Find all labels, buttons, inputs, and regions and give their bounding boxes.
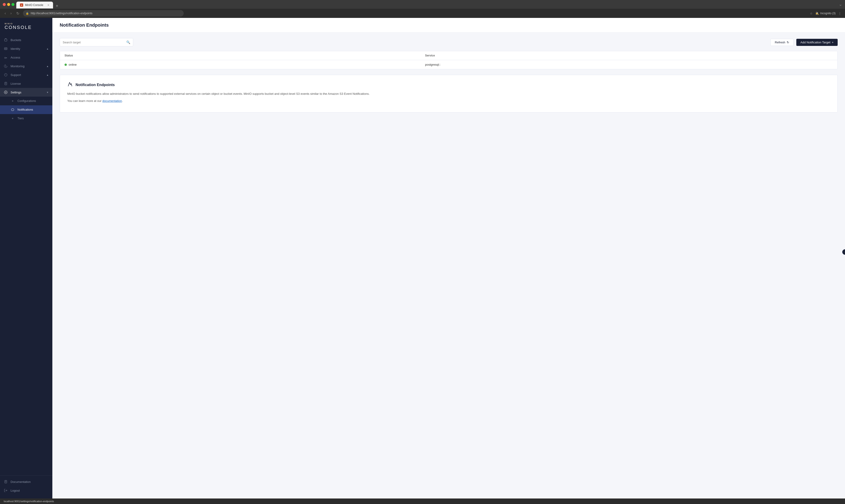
sidebar-item-notifications[interactable]: Notifications [0, 105, 52, 114]
svg-rect-6 [5, 82, 7, 85]
browser-tab[interactable]: M MinIO Console ✕ [16, 2, 53, 8]
sidebar-item-buckets[interactable]: Buckets [0, 36, 52, 44]
search-icon: 🔍 [126, 40, 130, 44]
bookmark-icon[interactable]: ☆ [810, 12, 813, 15]
info-title: Notification Endpoints [75, 83, 115, 87]
lambda-icon [67, 82, 73, 88]
settings-label: Settings [11, 91, 43, 94]
info-header: Notification Endpoints [67, 82, 830, 88]
title-bar: M MinIO Console ✕ + ⌄ [0, 0, 845, 9]
identity-label: Identity [11, 47, 43, 51]
endpoints-table: Status Service online [60, 51, 838, 69]
add-label: Add Notification Target [800, 41, 830, 44]
address-right: ☆ 🕵 Incognito (3) ⋮ [810, 12, 841, 15]
sidebar-item-documentation[interactable]: Documentation [0, 478, 52, 486]
sidebar-item-access[interactable]: Access [0, 53, 52, 62]
header-row: Status Service [60, 51, 838, 60]
logo-mini: MINIO [5, 22, 48, 25]
logout-label: Logout [11, 489, 49, 492]
status-cell: online [60, 60, 420, 69]
url-text: http://localhost:9001/settings/notificat… [31, 12, 92, 15]
info-description: MinIO bucket notifications allow adminis… [67, 92, 830, 96]
status-bar: localhost:9001/settings/notification-end… [0, 499, 845, 504]
status-url: localhost:9001/settings/notification-end… [4, 500, 54, 503]
info-box: Notification Endpoints MinIO bucket noti… [60, 75, 838, 112]
identity-arrow-icon: ▲ [47, 48, 49, 50]
service-column-header: Service [420, 51, 838, 60]
support-label: Support [11, 73, 43, 77]
search-box[interactable]: 🔍 [60, 38, 133, 47]
documentation-link[interactable]: documentation [102, 99, 122, 103]
identity-icon [4, 47, 8, 51]
address-field[interactable]: 🔒 http://localhost:9001/settings/notific… [23, 10, 184, 17]
svg-point-2 [5, 48, 5, 49]
add-notification-target-button[interactable]: Add Notification Target + [796, 39, 838, 46]
sidebar-item-logout[interactable]: Logout [0, 486, 52, 495]
lock-icon: 🔒 [26, 12, 29, 15]
page-header: Notification Endpoints [52, 18, 845, 33]
info-link-suffix: . [122, 99, 123, 103]
license-icon [4, 82, 8, 86]
notifications-icon [11, 108, 15, 112]
service-value: postgresql:: [425, 63, 440, 66]
table-body: online postgresql:: [60, 60, 838, 69]
tiers-icon [11, 116, 15, 121]
toolbar: 🔍 Refresh ↻ Add Notification Target + [60, 38, 838, 47]
svg-rect-10 [5, 480, 7, 483]
address-bar: ‹ › ↻ 🔒 http://localhost:9001/settings/n… [0, 9, 845, 18]
table-header: Status Service [60, 51, 838, 60]
support-icon [4, 73, 8, 77]
sidebar-item-configurations[interactable]: Configurations [0, 97, 52, 105]
incognito-icon: 🕵 [815, 12, 819, 15]
svg-point-9 [12, 118, 13, 119]
sidebar-item-support[interactable]: Support ▲ [0, 70, 52, 79]
menu-icon[interactable]: ⋮ [838, 12, 841, 15]
incognito-label: Incognito (3) [820, 12, 835, 15]
refresh-label: Refresh [775, 41, 785, 44]
bucket-icon [4, 38, 8, 42]
toolbar-right: Refresh ↻ Add Notification Target + [770, 39, 838, 46]
svg-point-8 [12, 101, 13, 102]
logo-main: CONSOLE [5, 25, 48, 30]
sidebar-item-monitoring[interactable]: Monitoring ▲ [0, 62, 52, 70]
notifications-label: Notifications [17, 108, 49, 111]
refresh-button[interactable]: ↻ [15, 10, 20, 17]
search-input[interactable] [63, 41, 124, 44]
service-cell: postgresql:: [420, 60, 838, 69]
svg-point-3 [5, 57, 6, 58]
tab-title: MinIO Console [25, 3, 43, 7]
settings-arrow-icon: ▼ [47, 91, 49, 94]
monitoring-icon [4, 64, 8, 68]
sidebar-bottom: Documentation Logout [0, 475, 52, 499]
info-link-prefix: You can learn more at our [67, 99, 102, 103]
sidebar-item-settings[interactable]: Settings ▼ [0, 88, 52, 97]
configurations-icon [11, 99, 15, 103]
monitoring-label: Monitoring [11, 65, 43, 68]
refresh-button[interactable]: Refresh ↻ [770, 39, 794, 46]
license-label: License [11, 82, 49, 85]
status-value: online [69, 63, 77, 66]
sidebar-item-license[interactable]: License [0, 79, 52, 88]
minimize-window-button[interactable] [7, 3, 10, 6]
refresh-icon: ↻ [787, 41, 789, 44]
incognito-badge: 🕵 Incognito (3) [815, 12, 835, 15]
monitoring-arrow-icon: ▲ [47, 65, 49, 68]
tab-close-button[interactable]: ✕ [47, 4, 49, 7]
back-button[interactable]: ‹ [4, 10, 7, 16]
maximize-window-button[interactable] [12, 3, 15, 6]
table-container: Status Service online [60, 51, 838, 69]
app-container: MINIO CONSOLE ‹ Buckets [0, 18, 845, 499]
sidebar-item-identity[interactable]: Identity ▲ [0, 44, 52, 53]
traffic-lights [3, 3, 15, 6]
sidebar-item-tiers[interactable]: Tiers [0, 114, 52, 123]
new-tab-button[interactable]: + [54, 4, 60, 8]
tab-favicon: M [20, 3, 23, 7]
support-arrow-icon: ▲ [47, 74, 49, 76]
close-window-button[interactable] [3, 3, 6, 6]
svg-rect-0 [5, 39, 7, 41]
table-row[interactable]: online postgresql:: [60, 60, 838, 69]
configurations-label: Configurations [17, 100, 49, 103]
content-area: 🔍 Refresh ↻ Add Notification Target + [52, 33, 845, 499]
forward-button[interactable]: › [10, 10, 12, 16]
add-icon: + [832, 41, 833, 44]
